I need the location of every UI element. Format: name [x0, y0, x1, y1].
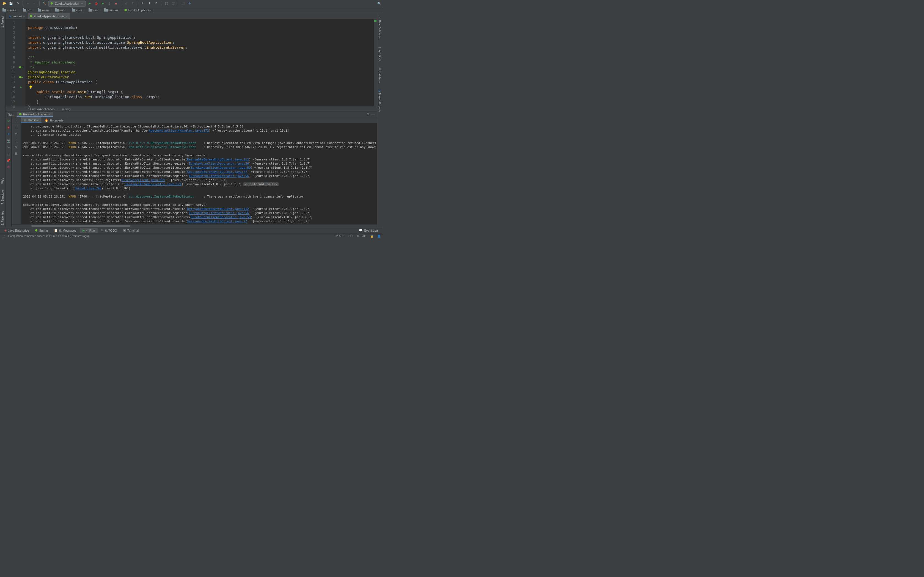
breadcrumb-item[interactable]: java	[55, 8, 66, 12]
close-icon[interactable]: ×	[49, 113, 51, 116]
exit-icon[interactable]: ↘	[6, 145, 11, 150]
profile-icon[interactable]: ⏱	[107, 1, 112, 6]
run-gutter-icon[interactable]: ▶	[20, 85, 22, 90]
code-content[interactable]: package com.sss.eureka; import org.sprin…	[25, 19, 373, 106]
open-icon[interactable]: 📂	[2, 1, 7, 6]
spring-marker-icon[interactable]: ⬢↻	[19, 65, 23, 70]
sync-icon[interactable]: ↻	[15, 1, 20, 6]
dump-icon[interactable]: 📷	[6, 138, 11, 143]
tool-icon[interactable]: ⬚	[180, 1, 186, 6]
redo-icon[interactable]: →	[32, 1, 37, 6]
project-tool-tab[interactable]: 1: Project	[0, 14, 5, 29]
encoding[interactable]: UTF-8÷	[357, 235, 366, 238]
lock-icon[interactable]: 🔓	[370, 235, 373, 238]
make-icon[interactable]: 🔨	[42, 1, 47, 6]
maven-icon: m	[9, 15, 11, 18]
spring-icon: ⬢	[124, 8, 127, 12]
breadcrumb-item[interactable]: src	[22, 8, 32, 12]
run-config-selector[interactable]: ⬢ EurekaApplication ▼	[48, 0, 86, 6]
spring-tab[interactable]: ⬢Spring	[32, 228, 51, 233]
breadcrumb-item[interactable]: sss	[88, 8, 99, 12]
down-icon[interactable]: ↓	[14, 124, 19, 129]
console-tab[interactable]: ▤ Console	[21, 117, 42, 123]
debug-icon[interactable]: 🐞	[94, 1, 99, 6]
favorites-tool-tab[interactable]: 2: Favorites	[0, 210, 5, 227]
endpoints-tab[interactable]: 🔥 Endpoints	[42, 117, 66, 123]
scrollbar-thumb[interactable]	[31, 225, 130, 227]
breadcrumb-item[interactable]: main	[37, 8, 50, 12]
messages-tab[interactable]: 📋0: Messages	[51, 228, 79, 233]
editor-area: m eureka × ⬢ EurekaApplication.java × 12…	[5, 13, 377, 227]
stop-icon[interactable]: ■	[113, 1, 119, 6]
tool-icon[interactable]: ⬚	[170, 1, 176, 6]
clear-icon[interactable]: 🗑	[14, 151, 19, 156]
code-editor[interactable]: 123 456 789 101112 131415 161718 ⬢↻ ⬢▶ ▶…	[5, 19, 377, 106]
ant-build-tab[interactable]: 🐜Ant Build	[378, 44, 382, 63]
maven-tab[interactable]: mMaven Projects	[378, 88, 382, 114]
editor-tab[interactable]: ⬢ EurekaApplication.java ×	[27, 13, 70, 19]
editor-marker-strip[interactable]	[373, 19, 377, 106]
console-output[interactable]: at org.apache.http.impl.client.Closeable…	[21, 123, 377, 224]
undo-icon[interactable]: ←	[25, 1, 31, 6]
up-icon[interactable]: ↑	[14, 118, 19, 123]
layout-icon[interactable]: ⬚	[6, 152, 11, 156]
tool-icon[interactable]: ⬚	[164, 1, 169, 6]
todo-tab[interactable]: ☑6: TODO	[98, 228, 120, 233]
run-tab[interactable]: ▶4: Run	[80, 228, 98, 233]
breadcrumb-item[interactable]: eureka	[103, 8, 119, 12]
cursor-position[interactable]: 2555:1	[336, 235, 344, 238]
intention-bulb-icon[interactable]: 💡	[29, 85, 33, 89]
tab-label: EurekaApplication.java	[34, 15, 65, 18]
run-gutter-icon[interactable]: ⬢▶	[19, 75, 23, 80]
folder-icon	[2, 9, 6, 11]
close-icon[interactable]: ✕	[6, 164, 11, 169]
folder-icon	[104, 9, 108, 11]
tool-icon[interactable]: ⊘	[187, 1, 192, 6]
pause-icon[interactable]: ⏸	[6, 132, 11, 137]
event-log-tab[interactable]: 💬Event Log	[356, 228, 381, 233]
line-ending[interactable]: LF÷	[349, 235, 353, 238]
run-tab[interactable]: ⬢ EurekaApplication ×	[17, 112, 53, 117]
tool-icon[interactable]: ⟟	[130, 1, 136, 6]
editor-breadcrumb: EurekaApplication 〉 main()	[5, 106, 377, 111]
scroll-icon[interactable]: ⤓	[14, 138, 19, 143]
editor-tab[interactable]: m eureka ×	[6, 13, 27, 19]
spring-icon: ⬢	[19, 112, 22, 116]
run-icon[interactable]: ▶	[87, 1, 92, 6]
tool-windows-icon[interactable]: ⬚	[2, 234, 6, 238]
bc-method[interactable]: main()	[62, 108, 71, 111]
vcs-icon[interactable]: ↺	[153, 1, 159, 6]
breadcrumb-item[interactable]: ⬢EurekaApplication	[123, 8, 153, 12]
terminal-tab[interactable]: ▣Terminal	[120, 228, 142, 233]
rerun-icon[interactable]: ↻	[6, 118, 11, 123]
vcs-icon[interactable]: ⬆	[147, 1, 152, 6]
minimize-icon[interactable]: —	[372, 113, 375, 116]
breadcrumb-item[interactable]: com	[71, 8, 83, 12]
bc-class[interactable]: EurekaApplication	[30, 108, 55, 111]
wrap-icon[interactable]: ↩	[14, 131, 19, 136]
java-ee-tab[interactable]: ◈Java Enterprise	[2, 228, 32, 233]
stop-icon[interactable]: ■	[6, 125, 11, 130]
horizontal-scrollbar[interactable]	[11, 224, 377, 227]
run-tool-window: Run: ⬢ EurekaApplication × ⚙ — ↻ ■ ⏸ 📷 ↘	[5, 111, 377, 227]
database-tab[interactable]: 🗄Database	[378, 66, 382, 85]
pin-icon[interactable]: 📌	[6, 158, 11, 163]
gear-icon[interactable]: ⚙	[367, 113, 369, 116]
web-tool-tab[interactable]: Web	[0, 176, 5, 185]
search-everywhere-icon[interactable]: 🔍	[376, 0, 382, 7]
coverage-icon[interactable]: ▶	[100, 1, 106, 6]
tool-icon[interactable]: ≡	[123, 1, 129, 6]
navigation-bar: eureka〉 src〉 main〉 java〉 com〉 sss〉 eurek…	[0, 7, 382, 13]
breadcrumb-item[interactable]: eureka	[2, 8, 17, 12]
close-icon[interactable]: ×	[66, 15, 68, 18]
print-icon[interactable]: 🖨	[14, 144, 19, 149]
run-header: Run: ⬢ EurekaApplication × ⚙ —	[5, 112, 377, 117]
vcs-icon[interactable]: ⬇	[140, 1, 146, 6]
hector-icon[interactable]: 👤	[377, 235, 381, 238]
separator	[23, 1, 23, 6]
inspection-ok-icon	[374, 20, 376, 22]
save-icon[interactable]: 💾	[8, 1, 14, 6]
structure-tool-tab[interactable]: 7: Structure	[0, 189, 5, 206]
bean-validation-tab[interactable]: ✓Bean Validation	[378, 14, 382, 41]
close-icon[interactable]: ×	[23, 15, 25, 18]
